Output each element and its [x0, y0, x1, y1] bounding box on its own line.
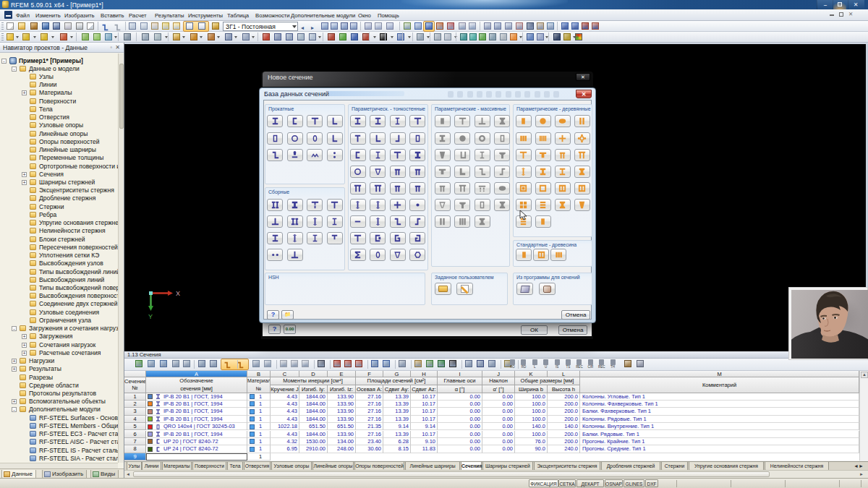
svg-text:Y: Y — [148, 313, 153, 320]
svg-text:X: X — [176, 290, 180, 297]
